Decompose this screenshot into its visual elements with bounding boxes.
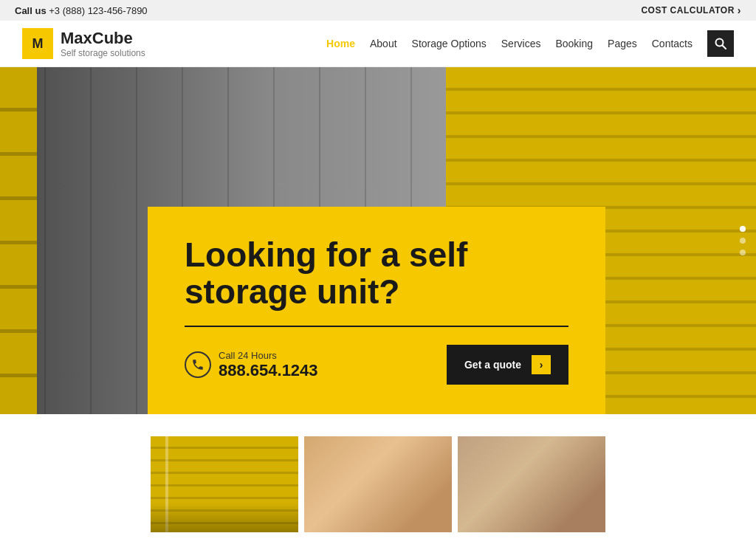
yellow-doors-left xyxy=(0,67,37,414)
call-label: Call us xyxy=(15,5,47,16)
slider-dot-1[interactable] xyxy=(740,226,746,232)
call-24-label: Call 24 Hours xyxy=(219,350,318,361)
nav-about[interactable]: About xyxy=(370,38,397,49)
cost-calculator-arrow: › xyxy=(738,4,741,16)
bottom-images-row xyxy=(0,414,756,532)
search-button[interactable] xyxy=(707,30,734,57)
slider-dot-3[interactable] xyxy=(740,250,746,255)
hero-divider xyxy=(185,326,568,327)
slider-dots xyxy=(740,226,746,255)
bottom-image-3 xyxy=(458,436,605,532)
call-info: Call 24 Hours 888.654.1243 xyxy=(219,350,318,380)
logo-tagline: Self storage solutions xyxy=(61,48,145,58)
logo[interactable]: M MaxCube Self storage solutions xyxy=(22,28,145,59)
hero-headline-line1: Looking for a self xyxy=(185,236,467,274)
hero-cta-row: Call 24 Hours 888.654.1243 Get a quote › xyxy=(185,345,568,385)
nav-home[interactable]: Home xyxy=(326,38,355,49)
logo-icon: M xyxy=(22,28,53,59)
get-quote-button[interactable]: Get a quote › xyxy=(447,345,568,385)
logo-text: MaxCube Self storage solutions xyxy=(61,29,145,59)
hero-phone-number: 888.654.1243 xyxy=(219,361,318,379)
nav-booking[interactable]: Booking xyxy=(555,38,593,49)
hero-headline: Looking for a self storage unit? xyxy=(185,236,568,311)
hero-headline-line2: storage unit? xyxy=(185,272,399,311)
quote-button-arrow: › xyxy=(532,355,551,374)
svg-line-1 xyxy=(723,46,726,49)
nav-contacts[interactable]: Contacts xyxy=(652,38,693,49)
hero-section: Looking for a self storage unit? Call 24… xyxy=(0,67,756,414)
hero-card: Looking for a self storage unit? Call 24… xyxy=(148,207,605,414)
call-text: Call us +3 (888) 123-456-7890 xyxy=(15,5,148,16)
phone-svg-icon xyxy=(191,358,205,371)
call-row: Call 24 Hours 888.654.1243 xyxy=(185,350,318,380)
quote-button-label: Get a quote xyxy=(464,359,521,371)
main-nav: Home About Storage Options Services Book… xyxy=(326,30,734,57)
phone-icon xyxy=(185,351,211,378)
slider-dot-2[interactable] xyxy=(740,238,746,244)
logo-name: MaxCube xyxy=(61,29,145,48)
storage-door-image xyxy=(151,436,298,532)
nav-storage-options[interactable]: Storage Options xyxy=(412,38,487,49)
search-icon xyxy=(715,38,726,49)
cost-calculator-label: COST CALCULATOR xyxy=(641,5,734,16)
nav-pages[interactable]: Pages xyxy=(608,38,637,49)
top-bar: Call us +3 (888) 123-456-7890 COST CALCU… xyxy=(0,0,756,21)
cost-calculator-link[interactable]: COST CALCULATOR › xyxy=(641,4,741,16)
phone-number-top: +3 (888) 123-456-7890 xyxy=(49,5,147,16)
bottom-image-2 xyxy=(304,436,452,532)
bottom-image-1 xyxy=(151,436,298,532)
site-header: M MaxCube Self storage solutions Home Ab… xyxy=(0,21,756,67)
nav-services[interactable]: Services xyxy=(501,38,541,49)
